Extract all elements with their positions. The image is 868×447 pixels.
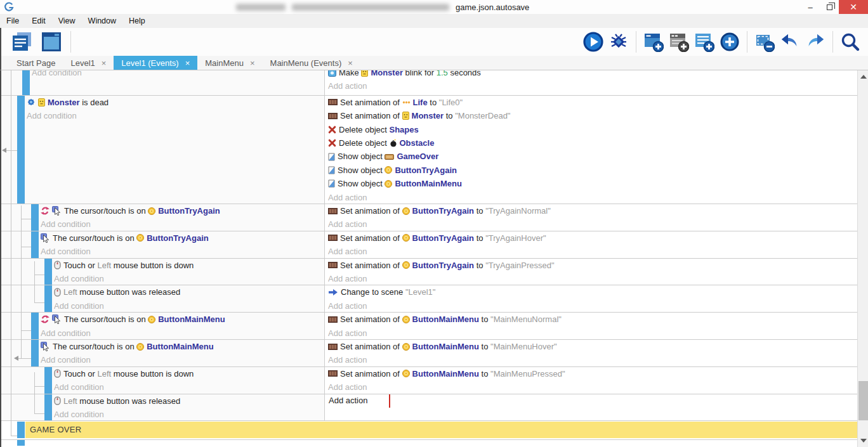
add-condition-button[interactable]: Add condition [54,299,324,312]
action-row[interactable]: Show object ButtonMainMenu [328,177,857,190]
add-action-button[interactable]: Add action [328,191,857,204]
object-name: Life [413,96,428,109]
action-row[interactable]: Set animation of ButtonTryAgain to "TryA… [328,231,857,245]
add-action-button[interactable]: Add action [328,272,857,285]
event-block: The cursor/touch is on ButtonMainMenuAdd… [1,340,857,367]
add-action-button[interactable]: Add action [328,245,857,257]
action-row[interactable]: Set animation of ButtonTryAgain to "TryA… [328,204,857,217]
add-event-icon[interactable] [643,32,664,52]
action-row[interactable]: Set animation of ButtonMainMenu to "Main… [328,340,857,353]
tab-level1[interactable]: Level1× [63,56,114,70]
add-condition-button[interactable]: Add condition [54,408,324,420]
add-action-button[interactable]: Add action [328,380,857,393]
action-row[interactable]: Show object ButtonTryAgain [328,164,857,177]
search-icon[interactable] [840,32,860,52]
tab-mainmenu[interactable]: MainMenu× [197,56,262,70]
add-condition-button[interactable]: Add condition [54,272,324,285]
redo-icon[interactable] [805,32,825,52]
action-row[interactable]: Set animation of Life to "Life0" [328,96,857,109]
preview-play-icon[interactable] [583,32,603,52]
scrollbar-thumb[interactable] [858,381,868,420]
tab-close-icon[interactable]: × [185,58,190,68]
add-action-button[interactable]: Add action [328,217,857,230]
menu-file[interactable]: File [0,14,25,28]
minimize-button[interactable]: – [801,0,820,14]
undo-icon[interactable] [780,32,800,52]
action-row[interactable]: Set animation of ButtonMainMenu to "Main… [328,367,857,380]
scene-editor-icon[interactable] [40,30,63,53]
close-button[interactable]: ✕ [839,0,868,14]
add-condition-label: Add condition [54,299,104,312]
menu-view[interactable]: View [52,14,82,28]
event-block: The cursor/touch is on ButtonTryAgainAdd… [1,231,857,259]
condition-row[interactable]: Monster is dead [27,96,324,109]
instruction-text: to [479,340,490,353]
menu-edit[interactable]: Edit [25,14,52,28]
condition-row[interactable]: The cursor/touch is on ButtonMainMenu [41,313,324,326]
add-action-button[interactable]: Add action [328,327,857,339]
actions-cell: Set animation of ButtonTryAgain to "TryA… [325,231,857,258]
coin-icon [402,261,410,269]
coin-icon [148,207,155,215]
actions-cell: Add action [325,394,857,421]
project-manager-icon[interactable] [11,30,34,53]
debug-icon[interactable] [608,32,629,52]
delete-icon [328,139,336,147]
mouse-icon [54,369,61,378]
action-row[interactable]: Set animation of ButtonMainMenu to "Main… [328,313,857,326]
add-condition-button[interactable]: Add condition [32,70,324,79]
action-row[interactable]: Show object GameOver [328,150,857,163]
add-subevent-icon[interactable] [669,32,689,52]
action-row[interactable]: Make Monster blink for 1.5 seconds [328,70,857,79]
parameter-value: "MainMenuNormal" [490,313,562,326]
condition-row[interactable]: The cursor/touch is on ButtonMainMenu [41,340,324,353]
add-condition-button[interactable]: Add condition [41,353,324,366]
tab-start-page[interactable]: Start Page [9,56,63,70]
add-condition-button[interactable]: Add condition [54,380,324,393]
condition-row[interactable]: Touch or Left mouse button is down [54,367,324,380]
action-row[interactable]: Delete object Obstacle [328,136,857,150]
add-condition-button[interactable]: Add condition [41,327,324,339]
condition-row[interactable]: Left mouse button was released [54,394,324,408]
add-action-label: Add action [328,79,367,93]
tab-close-icon[interactable]: × [102,58,107,68]
condition-row[interactable]: The cursor/touch is on ButtonTryAgain [41,231,324,245]
tab-mainmenu-events[interactable]: MainMenu (Events)× [263,56,360,70]
event-indent-bar [31,340,39,366]
actions-cell: Change to scene "Level1"Add action [325,285,857,312]
add-action-button[interactable]: Add action [328,79,857,93]
restore-button[interactable] [820,0,839,14]
action-row[interactable]: Delete object Shapes [328,123,857,136]
add-comment-icon[interactable] [694,32,714,52]
monster-icon [38,98,45,107]
menu-help[interactable]: Help [122,14,152,28]
add-action-button[interactable]: Add action [328,394,857,408]
action-row[interactable]: Set animation of ButtonTryAgain to "TryA… [328,259,857,272]
vertical-scrollbar[interactable] [857,70,868,447]
conditions-cell: The cursor/touch is on ButtonTryAgainAdd… [1,231,325,258]
tab-close-icon[interactable]: × [250,58,255,68]
add-condition-button[interactable]: Add condition [41,245,324,257]
add-condition-button[interactable]: Add condition [41,217,324,230]
action-row[interactable]: Change to scene "Level1" [328,285,857,299]
condition-row[interactable]: The cursor/touch is on ButtonTryAgain [41,204,324,217]
tab-level1-events[interactable]: Level1 (Events)× [114,56,197,70]
add-condition-button[interactable]: Add condition [27,109,324,122]
scroll-down-icon[interactable] [860,439,867,443]
scroll-up-icon[interactable] [860,75,867,79]
menu-window[interactable]: Window [82,14,122,28]
add-action-button[interactable]: Add action [328,299,857,312]
delete-event-icon[interactable] [754,32,775,52]
action-row[interactable]: Set animation of Monster to "MonsterDead… [328,109,857,122]
condition-row[interactable]: Touch or Left mouse button is down [54,259,324,272]
add-action-button[interactable]: Add action [328,353,857,366]
tab-close-icon[interactable]: × [348,58,353,68]
mouse-icon [54,396,61,405]
object-name: ButtonMainMenu [147,340,213,353]
condition-row[interactable]: Left mouse button was released [54,285,324,299]
show-icon [328,179,335,188]
add-condition-label: Add condition [54,380,104,393]
object-name: Obstacle [400,136,435,150]
add-new-icon[interactable] [720,32,740,52]
comment-event[interactable]: GAME OVER [1,422,857,438]
